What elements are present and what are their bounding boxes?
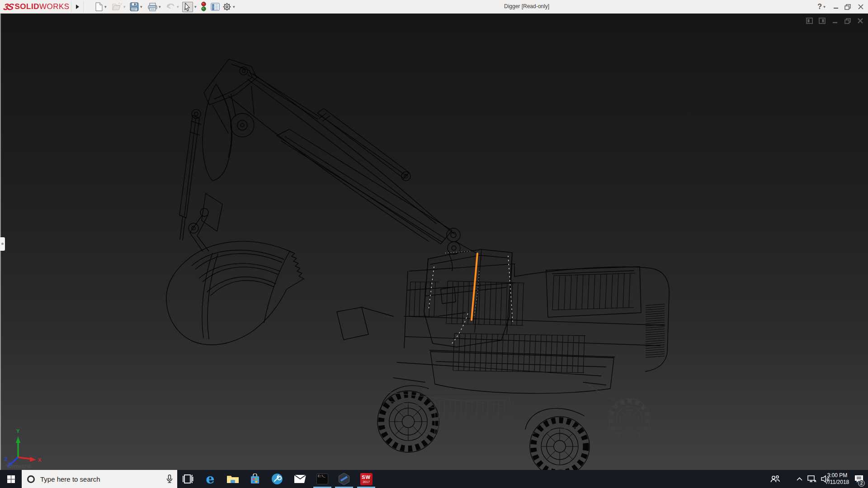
windows-taskbar: Type here to search e <box>0 470 868 488</box>
print-icon <box>148 3 157 11</box>
mail-button[interactable] <box>290 470 311 488</box>
ds-logo-icon: 3S <box>3 2 14 12</box>
network-button[interactable] <box>806 470 818 488</box>
task-view-button[interactable] <box>178 470 198 488</box>
task-view-icon <box>183 474 193 484</box>
hidden-geometry <box>387 384 642 436</box>
clock-time: 3:00 PM <box>824 472 851 479</box>
restore-icon <box>844 4 851 10</box>
save-icon <box>130 2 139 11</box>
triad-x-label: X <box>38 457 42 463</box>
help-icon: ? <box>817 3 822 11</box>
windows-logo-icon <box>7 475 15 483</box>
taskbar-search-input[interactable]: Type here to search <box>22 470 177 488</box>
solidworks-logo: 3S SOLIDWORKS <box>4 1 70 12</box>
gear-icon <box>222 2 231 11</box>
print-dropdown-caret[interactable]: ▾ <box>159 5 161 9</box>
select-dropdown-caret[interactable]: ▾ <box>194 5 197 9</box>
people-icon <box>770 475 780 483</box>
command-prompt-icon: C:\_ <box>316 474 328 484</box>
rebuild-button[interactable] <box>201 1 207 12</box>
print-button[interactable]: ▾ <box>148 1 161 12</box>
edge-button[interactable]: e <box>200 470 221 488</box>
minimize-icon <box>833 4 839 9</box>
select-cursor-icon <box>184 3 192 11</box>
radiator-coil <box>646 304 665 357</box>
notification-badge: 2 <box>858 480 865 487</box>
edge-icon: e <box>206 473 214 485</box>
hidden-grille <box>438 400 505 433</box>
open-document-button[interactable]: ▾ <box>112 1 126 12</box>
front-left-wheel <box>377 391 439 452</box>
save-dropdown-caret[interactable]: ▾ <box>140 5 142 9</box>
sw-year: 2017 <box>360 480 373 483</box>
close-icon <box>858 4 863 9</box>
cortana-icon <box>27 475 35 483</box>
open-document-icon <box>112 3 122 11</box>
command-prompt-button[interactable]: C:\_ <box>312 470 333 488</box>
store-icon <box>250 474 260 484</box>
tray-overflow-button[interactable] <box>793 470 805 488</box>
select-pressed-state <box>182 2 193 12</box>
toolbar-separator <box>71 1 71 13</box>
undo-icon <box>165 3 175 11</box>
help-dropdown-caret[interactable]: ▾ <box>823 5 826 9</box>
network-icon <box>807 475 816 483</box>
restore-button[interactable] <box>842 0 854 14</box>
hexagon-app-button[interactable] <box>334 470 354 488</box>
clock-date: 7/11/2018 <box>824 479 851 486</box>
file-explorer-icon <box>226 474 239 484</box>
save-button[interactable]: ▾ <box>130 1 142 12</box>
traffic-light-icon <box>201 2 207 12</box>
new-document-icon <box>95 2 103 11</box>
minimize-button[interactable] <box>830 0 842 14</box>
solidworks-2017-icon: SW 2017 <box>360 473 373 485</box>
undo-button[interactable]: ▾ <box>165 1 179 12</box>
taskbar-clock[interactable]: 3:00 PM 7/11/2018 <box>824 470 851 488</box>
digger-wireframe-model[interactable] <box>0 14 868 470</box>
people-button[interactable] <box>768 470 782 488</box>
flyout-arrow-icon <box>76 5 79 9</box>
solidworks-2017-button[interactable]: SW 2017 <box>356 470 377 488</box>
brand-solid-text: SOLID <box>14 2 39 11</box>
menu-flyout-button[interactable] <box>73 1 81 13</box>
sw-letters: SW <box>360 473 373 480</box>
brand-works-text: WORKS <box>39 2 70 11</box>
options-button[interactable]: ▾ <box>222 1 235 12</box>
mail-icon <box>294 474 307 483</box>
triad-z-label: Z <box>5 456 8 462</box>
window-title: Digger [Read-only] <box>461 3 592 9</box>
open-dropdown-caret[interactable]: ▾ <box>123 5 126 9</box>
close-button[interactable] <box>854 0 867 14</box>
title-bar: 3S SOLIDWORKS ▾ ▾ ▾ <box>0 0 868 14</box>
search-placeholder: Type here to search <box>40 475 100 483</box>
hexagon-app-icon <box>338 473 350 485</box>
help-tool-button[interactable] <box>267 470 288 488</box>
new-document-button[interactable]: ▾ <box>95 1 107 12</box>
store-button[interactable] <box>245 470 265 488</box>
engine-grille <box>552 273 635 310</box>
chevron-up-icon <box>797 477 802 481</box>
mid-grille <box>446 281 524 325</box>
graphics-viewport[interactable]: Y X Z *Dimetric <box>0 14 868 470</box>
microphone-icon[interactable] <box>166 474 173 483</box>
view-orientation-label: *Dimetric <box>5 463 31 469</box>
new-dropdown-caret[interactable]: ▾ <box>104 5 107 9</box>
select-tool-button[interactable]: ▾ <box>182 1 197 12</box>
wrench-circle-icon <box>271 473 283 485</box>
far-side-wheel <box>609 399 650 440</box>
start-button[interactable] <box>0 470 22 488</box>
display-pane-button[interactable] <box>211 1 220 12</box>
options-dropdown-caret[interactable]: ▾ <box>233 5 235 9</box>
undo-dropdown-caret[interactable]: ▾ <box>177 5 179 9</box>
display-pane-icon <box>211 3 220 11</box>
triad-y-label: Y <box>16 428 20 434</box>
file-explorer-button[interactable] <box>222 470 243 488</box>
toolbar-separator <box>83 1 84 13</box>
help-button[interactable]: ? ▾ <box>815 0 828 14</box>
rear-right-wheel <box>530 417 590 470</box>
